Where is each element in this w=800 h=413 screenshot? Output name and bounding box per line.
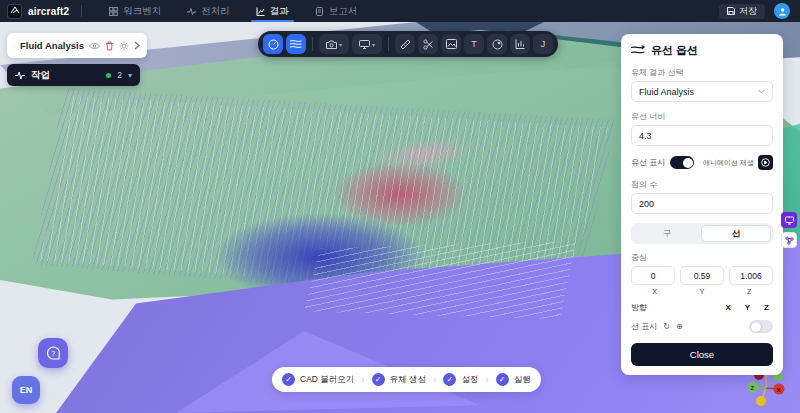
panel-title: 유선 옵션 bbox=[651, 43, 698, 58]
width-label: 유선 너비 bbox=[631, 111, 773, 122]
text-annotation-button[interactable]: T bbox=[464, 34, 484, 54]
legend-button[interactable] bbox=[510, 34, 530, 54]
crosshair-icon[interactable]: ⊕ bbox=[676, 322, 683, 331]
topbar-divider bbox=[81, 5, 82, 17]
toolbar-divider bbox=[388, 37, 389, 51]
center-axis-labels: X Y Z bbox=[631, 287, 773, 296]
chevron-right-icon[interactable] bbox=[134, 39, 140, 52]
step-run[interactable]: ✓ 실행 bbox=[496, 373, 531, 386]
step-label: 실행 bbox=[514, 374, 531, 386]
center-inputs: 0 0.59 1.006 bbox=[631, 266, 773, 285]
feedback-button[interactable] bbox=[781, 212, 797, 228]
result-select[interactable]: Fluid Analysis bbox=[631, 81, 773, 102]
center-y-value: 0.59 bbox=[694, 271, 711, 281]
person-icon bbox=[778, 7, 787, 16]
gauge-button[interactable] bbox=[263, 34, 283, 54]
app-title: aircraft2 bbox=[28, 6, 69, 17]
project-card: Fluid Analysis bbox=[7, 33, 147, 58]
probe-icon: J bbox=[541, 39, 546, 49]
caret-down-icon: ▾ bbox=[372, 41, 375, 48]
step-label: 설정 bbox=[461, 374, 478, 386]
tab-results[interactable]: 결과 bbox=[243, 0, 302, 22]
view-toolbar: ▾ ▾ T J bbox=[258, 31, 558, 57]
center-z-value: 1.006 bbox=[740, 271, 761, 281]
center-y-input[interactable]: 0.59 bbox=[680, 266, 724, 285]
step-create-fluid[interactable]: ✓ 유체 생성 bbox=[372, 373, 426, 386]
chart-icon bbox=[256, 7, 265, 16]
clip-section-button[interactable] bbox=[418, 34, 438, 54]
top-bar: aircraft2 워크벤치 전처리 결과 보고서 저장 bbox=[0, 0, 800, 22]
points-input[interactable]: 200 bbox=[631, 193, 773, 214]
probe-button[interactable]: J bbox=[533, 34, 553, 54]
save-button[interactable]: 저장 bbox=[719, 4, 765, 19]
result-select-value: Fluid Analysis bbox=[639, 87, 694, 97]
center-z-input[interactable]: 1.006 bbox=[729, 266, 773, 285]
help-chat-button[interactable]: ? bbox=[38, 338, 68, 368]
activity-icon bbox=[15, 71, 25, 80]
grid-icon bbox=[109, 7, 118, 16]
check-icon: ✓ bbox=[496, 373, 509, 386]
caret-down-icon: ▾ bbox=[339, 41, 342, 48]
direction-y-label[interactable]: Y bbox=[745, 303, 750, 312]
tab-report-label: 보고서 bbox=[329, 5, 358, 18]
tasks-status-dot bbox=[106, 73, 111, 78]
step-settings[interactable]: ✓ 설정 bbox=[443, 373, 478, 386]
direction-x-label[interactable]: X bbox=[725, 303, 730, 312]
save-label: 저장 bbox=[739, 5, 757, 18]
topbar-right: 저장 bbox=[719, 3, 800, 19]
circle-dot-icon bbox=[492, 39, 503, 50]
tab-preprocess[interactable]: 전처리 bbox=[174, 0, 243, 22]
direction-axis-labels: X Y Z bbox=[725, 303, 773, 312]
gauge-icon bbox=[268, 39, 279, 50]
report-icon bbox=[315, 7, 324, 16]
user-avatar[interactable] bbox=[774, 3, 790, 19]
delete-icon[interactable] bbox=[105, 39, 114, 52]
direction-row: 방향 X Y Z bbox=[631, 302, 773, 313]
app-window: aircraft2 워크벤치 전처리 결과 보고서 저장 bbox=[0, 0, 800, 413]
chat-question-icon: ? bbox=[46, 346, 61, 361]
width-value: 4.3 bbox=[639, 131, 652, 141]
center-x-input[interactable]: 0 bbox=[631, 266, 675, 285]
points-value: 200 bbox=[639, 199, 654, 209]
save-icon bbox=[727, 7, 735, 15]
points-label: 점의 수 bbox=[631, 179, 773, 190]
step-label: 유체 생성 bbox=[390, 374, 426, 386]
show-streamline-label: 유선 표시 bbox=[631, 157, 665, 168]
palette-button[interactable] bbox=[487, 34, 507, 54]
close-button[interactable]: Close bbox=[631, 343, 773, 366]
tab-workbench[interactable]: 워크벤치 bbox=[96, 0, 174, 22]
settings-gear-icon[interactable] bbox=[119, 39, 129, 52]
check-icon: ✓ bbox=[443, 373, 456, 386]
direction-z-label[interactable]: Z bbox=[764, 303, 769, 312]
tab-report[interactable]: 보고서 bbox=[302, 0, 371, 22]
display-button[interactable]: ▾ bbox=[352, 34, 382, 54]
camera-button[interactable]: ▾ bbox=[319, 34, 349, 54]
ruler-button[interactable] bbox=[395, 34, 415, 54]
seed-type-tabs: 구 선 bbox=[631, 223, 773, 244]
axis-y-label: Y bbox=[678, 287, 725, 296]
graph-tools-button[interactable] bbox=[781, 232, 797, 248]
snapshot-button[interactable] bbox=[441, 34, 461, 54]
visibility-icon[interactable] bbox=[89, 39, 100, 52]
seed-tab-sphere[interactable]: 구 bbox=[633, 225, 701, 242]
show-streamline-toggle[interactable] bbox=[670, 156, 694, 169]
tab-workbench-label: 워크벤치 bbox=[123, 5, 161, 18]
line-show-label: 선 표시 bbox=[631, 321, 657, 332]
svg-text:?: ? bbox=[51, 349, 55, 356]
language-button[interactable]: EN bbox=[12, 376, 40, 404]
show-streamline-row: 유선 표시 애니메이션 재생 bbox=[631, 155, 773, 170]
seed-tab-line[interactable]: 선 bbox=[701, 225, 771, 242]
reset-icon[interactable]: ↻ bbox=[663, 322, 670, 331]
step-load-cad[interactable]: ✓ CAD 불러오기 bbox=[282, 373, 354, 386]
width-input[interactable]: 4.3 bbox=[631, 125, 773, 146]
text-icon: T bbox=[471, 39, 477, 49]
center-label: 중심 bbox=[631, 252, 773, 263]
line-show-toggle[interactable] bbox=[749, 320, 773, 333]
play-circle-icon bbox=[761, 158, 770, 167]
gizmo-z-label: Z bbox=[751, 385, 755, 391]
animation-play-button[interactable] bbox=[758, 155, 773, 170]
app-logo-icon[interactable] bbox=[7, 4, 22, 19]
streamline-button[interactable] bbox=[286, 34, 306, 54]
chevron-down-icon[interactable]: ▾ bbox=[128, 71, 132, 80]
tasks-card[interactable]: 작업 2 ▾ bbox=[7, 64, 140, 86]
